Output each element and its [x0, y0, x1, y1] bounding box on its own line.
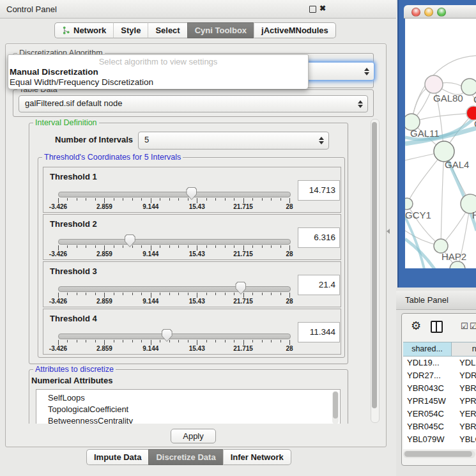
float-window-icon[interactable]: [309, 6, 316, 13]
list-scrollbar[interactable]: [332, 391, 339, 424]
top-tab-bar: NetworkStyleSelectCyni ToolboxjActiveMNo…: [54, 22, 336, 37]
scrollbar-thumb[interactable]: [404, 451, 472, 457]
slider-track[interactable]: [58, 192, 291, 197]
tab-cyni-toolbox[interactable]: Cyni Toolbox: [187, 22, 254, 38]
table-cell: YBR045C: [403, 420, 455, 433]
threshold-label: Threshold 4: [50, 314, 97, 323]
number-of-intervals-combobox[interactable]: 5: [138, 132, 329, 150]
tab-discretize-data[interactable]: Discretize Data: [148, 449, 222, 465]
threshold-row-4: Threshold 4-3.4262.8599.14415.4321.71528…: [43, 309, 341, 355]
tab-label: Infer Network: [231, 450, 284, 464]
table-row[interactable]: YBR045CYBRO: [403, 420, 476, 433]
numerical-attributes-list[interactable]: SelfLoopsTopologicalCoefficientBetweenne…: [36, 389, 341, 424]
dropdown-option-manual-discretization[interactable]: Manual Discretization: [10, 67, 98, 77]
settings-vertical-scrollbar[interactable]: [371, 119, 380, 423]
network-node[interactable]: [405, 198, 413, 210]
tab-jactivemnodules[interactable]: jActiveMNodules: [254, 22, 336, 38]
threshold-value-field[interactable]: 21.4: [298, 275, 340, 295]
group-title-thresholds: Threshold's Coordinates for 5 Intervals: [42, 153, 183, 162]
table-row[interactable]: YBL079WYBLO: [403, 433, 476, 446]
close-icon[interactable]: ✖: [319, 4, 326, 13]
table-cell: YDR27...: [403, 369, 455, 382]
bottom-tab-bar: Impute DataDiscretize DataInfer Network: [86, 449, 291, 464]
threshold-value-field[interactable]: 14.713: [298, 180, 340, 201]
interval-definition-group: Interval Definition Number of Intervals …: [29, 123, 348, 364]
tick-label: 2.859: [96, 250, 112, 257]
apply-button[interactable]: Apply: [171, 429, 216, 443]
network-edge[interactable]: [441, 151, 444, 246]
table-horizontal-scrollbar[interactable]: [403, 450, 475, 458]
tab-label: Style: [121, 23, 141, 38]
combo-arrows-icon: [318, 136, 324, 145]
slider-thumb[interactable]: [125, 234, 135, 247]
table-row[interactable]: YDR27...YDR2: [403, 369, 476, 382]
table-row[interactable]: YLR345WYLR3: [403, 446, 476, 449]
mac-zoom-button[interactable]: [437, 8, 446, 17]
attribute-item-selfloops[interactable]: SelfLoops: [36, 390, 340, 404]
tab-select[interactable]: Select: [148, 22, 187, 38]
tab-infer-network[interactable]: Infer Network: [223, 449, 291, 465]
gear-icon[interactable]: ⚙: [411, 319, 421, 333]
slider-track[interactable]: [58, 286, 291, 292]
slider-thumb[interactable]: [162, 329, 173, 342]
slider-thumb[interactable]: [186, 187, 197, 200]
threshold-row-2: Threshold 2-3.4262.8599.14415.4321.71528…: [43, 214, 341, 260]
numerical-attributes-label: Numerical Attributes: [31, 376, 112, 385]
threshold-value-field[interactable]: 6.316: [298, 227, 340, 248]
threshold-label: Threshold 2: [50, 219, 97, 229]
slider-tick-labels: -3.4262.8599.14415.4321.71528: [58, 345, 289, 353]
tab-style[interactable]: Style: [113, 22, 148, 38]
node-label-gal80: GAL80: [433, 93, 463, 104]
table-cell: YBLO: [455, 433, 476, 446]
table-panel-title: Table Panel: [405, 295, 449, 305]
checkbox-icon[interactable]: ☑: [461, 321, 468, 331]
network-edge[interactable]: [411, 113, 473, 122]
network-window-titlebar[interactable]: [404, 5, 476, 19]
mac-close-button[interactable]: [411, 8, 420, 17]
tab-impute-data[interactable]: Impute Data: [86, 449, 148, 465]
slider-tick-labels: -3.4262.8599.14415.4321.71528: [58, 203, 289, 211]
group-title-attributes: Attributes to discretize: [33, 365, 116, 374]
table-cell: YBL079W: [403, 433, 455, 446]
splitter-collapse-icon[interactable]: [387, 229, 390, 234]
attribute-item-topologicalcoefficient[interactable]: TopologicalCoefficient: [36, 404, 340, 415]
columns-icon[interactable]: [431, 321, 443, 333]
slider-ticks: [58, 293, 289, 298]
tab-label: Network: [73, 23, 106, 38]
table-cell: YER054C: [403, 408, 455, 420]
table-cell: YDR2: [455, 369, 476, 382]
slider-thumb[interactable]: [235, 282, 246, 295]
tick-label: 9.144: [142, 203, 158, 210]
tick-label: 21.715: [233, 345, 253, 352]
column-header-name[interactable]: name: [452, 342, 476, 357]
slider-track[interactable]: [58, 239, 291, 245]
scrollbar-thumb[interactable]: [372, 122, 377, 408]
network-node[interactable]: [461, 79, 476, 95]
network-canvas[interactable]: GAL80GACGAL11GAL4GCY1HHAP2: [405, 19, 476, 268]
tab-label: Impute Data: [94, 450, 141, 464]
checkbox-icon[interactable]: ☑: [470, 321, 476, 331]
table-cell: YBR043C: [403, 382, 455, 395]
table-row[interactable]: YBR043CYBRO: [403, 382, 476, 395]
number-of-intervals-label: Number of Intervals: [55, 135, 133, 144]
mac-minimize-button[interactable]: [424, 8, 433, 17]
column-header-shared-[interactable]: shared...: [403, 342, 452, 357]
table-cell: YDL19...: [403, 357, 455, 369]
tab-label: jActiveMNodules: [261, 23, 328, 38]
tick-label: -3.426: [49, 298, 67, 305]
network-node[interactable]: [425, 75, 443, 93]
dropdown-option-equal-width-frequency[interactable]: Equal Width/Frequency Discretization: [10, 77, 153, 87]
tick-label: 2.859: [96, 298, 112, 305]
threshold-value-field[interactable]: 11.344: [298, 322, 340, 342]
table-row[interactable]: YDL19...YDL1: [403, 357, 476, 369]
attribute-item-betweennesscentrality[interactable]: BetweennessCentrality: [36, 415, 340, 424]
table-panel: Table Panel ⚙ ☑ ☑ shared...nameYDL19...Y…: [396, 288, 476, 476]
table-row[interactable]: YPR145WYPR1: [403, 395, 476, 408]
tick-label: -3.426: [49, 203, 67, 210]
tick-label: 21.715: [233, 298, 253, 305]
node-table[interactable]: shared...nameYDL19...YDL1YDR27...YDR2YBR…: [403, 342, 476, 449]
table-row[interactable]: YER054CYERO: [403, 408, 476, 420]
tab-network[interactable]: Network: [54, 22, 113, 38]
slider-track[interactable]: [58, 334, 291, 339]
group-title-interval-definition: Interval Definition: [33, 118, 99, 127]
